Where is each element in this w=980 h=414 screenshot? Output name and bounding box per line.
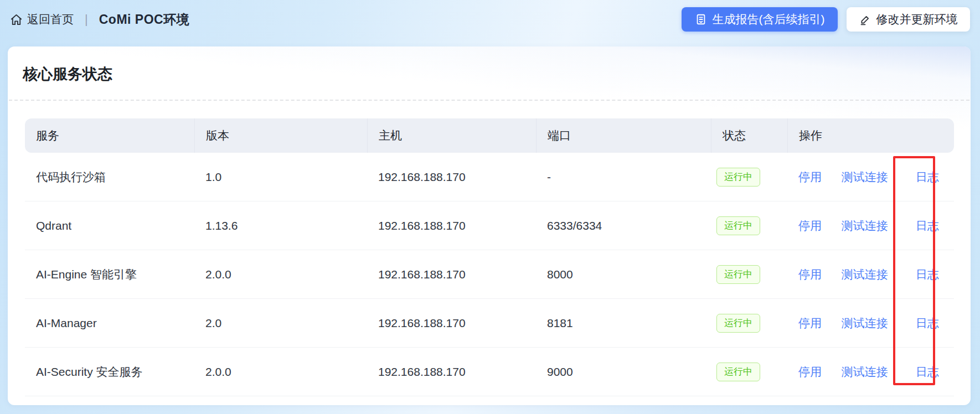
test-connection-link[interactable]: 测试连接 <box>842 365 888 378</box>
status-badge: 运行中 <box>716 216 760 235</box>
disable-service-link[interactable]: 停用 <box>798 219 822 232</box>
logs-link[interactable]: 日志 <box>916 365 939 378</box>
topbar: 返回首页 | CoMi POC环境 生成报告(含后续指引) <box>0 0 980 39</box>
test-connection-link[interactable]: 测试连接 <box>842 219 888 232</box>
status-cell: 运行中 <box>711 201 787 250</box>
service-table-body: 代码执行沙箱 1.0 192.168.188.170 - 运行中 停用 测试连接… <box>25 153 954 396</box>
table-header-row: 服务版本主机端口状态操作 <box>25 118 954 153</box>
column-header-3: 主机 <box>367 118 536 153</box>
modify-update-env-button[interactable]: 修改并更新环境 <box>847 7 970 32</box>
test-connection-link[interactable]: 测试连接 <box>842 170 888 183</box>
modify-update-env-label: 修改并更新环境 <box>876 12 958 27</box>
column-header-4: 端口 <box>536 118 711 153</box>
topbar-actions: 生成报告(含后续指引) 修改并更新环境 <box>682 7 970 32</box>
status-badge: 运行中 <box>716 265 760 284</box>
back-home-link[interactable]: 返回首页 <box>10 12 74 27</box>
table-row: 代码执行沙箱 1.0 192.168.188.170 - 运行中 停用 测试连接… <box>25 153 954 201</box>
back-home-label[interactable]: 返回首页 <box>27 12 74 27</box>
status-cell: 运行中 <box>711 348 787 396</box>
actions-cell: 停用 测试连接 日志 <box>787 201 954 250</box>
status-cell: 运行中 <box>711 250 787 299</box>
status-badge: 运行中 <box>716 314 760 333</box>
host-cell: 192.168.188.170 <box>367 348 536 396</box>
version-cell: 1.0 <box>194 153 367 201</box>
actions-cell: 停用 测试连接 日志 <box>787 153 954 201</box>
disable-service-link[interactable]: 停用 <box>798 317 822 329</box>
actions-cell: 停用 测试连接 日志 <box>787 250 954 299</box>
host-cell: 192.168.188.170 <box>367 299 536 348</box>
test-connection-link[interactable]: 测试连接 <box>842 268 888 281</box>
core-service-status-card: 核心服务状态 服务版本主机端口状态操作 代码执行沙箱 1.0 192.168.1… <box>8 46 971 405</box>
version-cell: 1.13.6 <box>194 201 367 250</box>
disable-service-link[interactable]: 停用 <box>798 170 822 183</box>
report-document-icon <box>695 13 707 25</box>
host-cell: 192.168.188.170 <box>367 201 536 250</box>
pencil-edit-icon <box>859 14 871 25</box>
status-badge: 运行中 <box>716 168 760 187</box>
table-row: AI-Engine 智能引擎 2.0.0 192.168.188.170 800… <box>25 250 954 299</box>
service-name-cell: 代码执行沙箱 <box>25 153 194 201</box>
topbar-divider: | <box>85 12 88 27</box>
service-name-cell: AI-Manager <box>25 299 194 348</box>
topbar-left: 返回首页 | CoMi POC环境 <box>10 0 189 39</box>
service-name-cell: AI-Engine 智能引擎 <box>25 250 194 299</box>
port-cell: - <box>536 153 711 201</box>
logs-link[interactable]: 日志 <box>916 170 939 183</box>
port-cell: 8181 <box>536 299 711 348</box>
logs-link[interactable]: 日志 <box>916 219 939 232</box>
service-table: 服务版本主机端口状态操作 代码执行沙箱 1.0 192.168.188.170 … <box>25 118 954 396</box>
generate-report-button[interactable]: 生成报告(含后续指引) <box>682 7 838 32</box>
logs-link[interactable]: 日志 <box>916 268 939 281</box>
host-cell: 192.168.188.170 <box>367 250 536 299</box>
column-header-1: 服务 <box>25 118 194 153</box>
disable-service-link[interactable]: 停用 <box>798 268 822 281</box>
table-row: AI-Manager 2.0 192.168.188.170 8181 运行中 … <box>25 299 954 348</box>
status-cell: 运行中 <box>711 299 787 348</box>
version-cell: 2.0 <box>194 299 367 348</box>
dashed-divider <box>9 100 969 101</box>
service-name-cell: AI-Security 安全服务 <box>25 348 194 396</box>
logs-link[interactable]: 日志 <box>916 317 939 329</box>
port-cell: 8000 <box>536 250 711 299</box>
page-title: 核心服务状态 <box>8 46 971 84</box>
home-icon <box>10 13 23 26</box>
disable-service-link[interactable]: 停用 <box>798 365 822 378</box>
test-connection-link[interactable]: 测试连接 <box>842 317 888 329</box>
port-cell: 6333/6334 <box>536 201 711 250</box>
status-cell: 运行中 <box>711 153 787 201</box>
service-table-wrap: 服务版本主机端口状态操作 代码执行沙箱 1.0 192.168.188.170 … <box>25 118 954 396</box>
column-header-5: 状态 <box>711 118 787 153</box>
column-header-2: 版本 <box>194 118 367 153</box>
actions-cell: 停用 测试连接 日志 <box>787 348 954 396</box>
column-header-6: 操作 <box>787 118 954 153</box>
version-cell: 2.0.0 <box>194 250 367 299</box>
generate-report-label: 生成报告(含后续指引) <box>713 12 825 27</box>
actions-cell: 停用 测试连接 日志 <box>787 299 954 348</box>
host-cell: 192.168.188.170 <box>367 153 536 201</box>
table-row: Qdrant 1.13.6 192.168.188.170 6333/6334 … <box>25 201 954 250</box>
port-cell: 9000 <box>536 348 711 396</box>
version-cell: 2.0.0 <box>194 348 367 396</box>
table-row: AI-Security 安全服务 2.0.0 192.168.188.170 9… <box>25 348 954 396</box>
status-badge: 运行中 <box>716 363 760 381</box>
environment-title: CoMi POC环境 <box>99 11 189 28</box>
service-name-cell: Qdrant <box>25 201 194 250</box>
